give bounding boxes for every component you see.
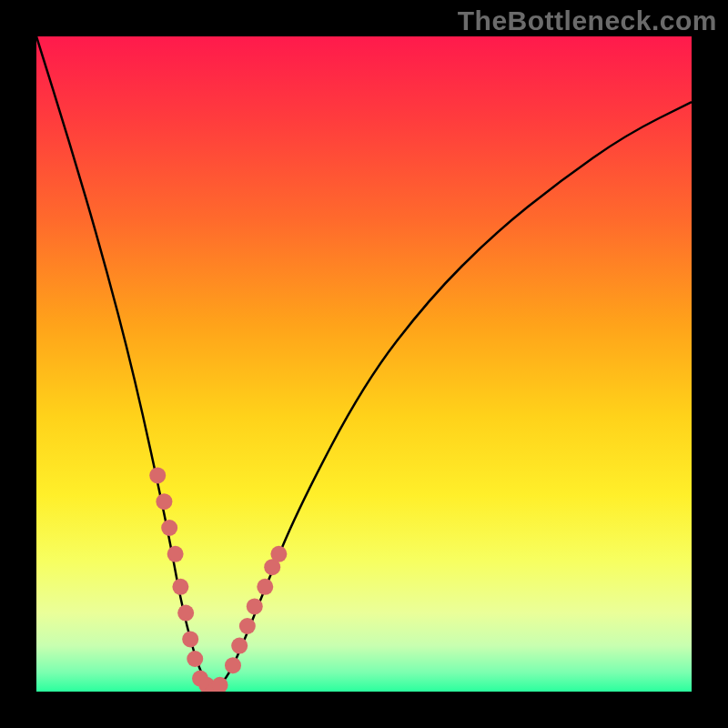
data-point [257,579,273,595]
data-point [161,520,177,536]
data-point [225,657,241,673]
outer-frame: TheBottleneck.com [0,0,728,728]
data-point [177,605,194,622]
data-point [270,546,287,562]
data-point [239,618,256,634]
data-point [231,638,248,654]
data-point [187,651,203,667]
data-point [182,631,198,647]
data-point [156,493,172,510]
watermark-text: TheBottleneck.com [458,5,717,36]
data-point [167,546,184,562]
data-point [149,467,166,483]
data-point [247,598,263,614]
data-point [172,579,188,595]
bottleneck-curve [36,36,692,688]
chart-svg [36,36,692,692]
